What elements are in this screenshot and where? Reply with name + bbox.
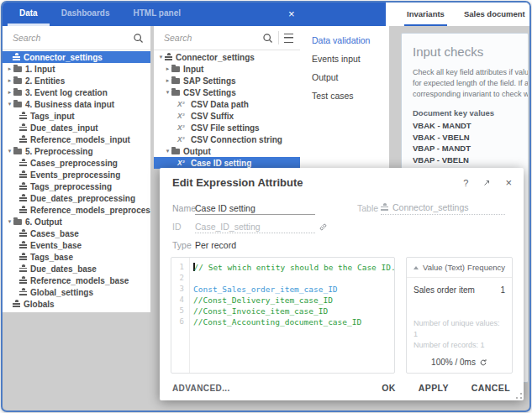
resize-handle[interactable] [516,393,522,399]
collapse-arrow-icon[interactable]: ▾ [6,148,13,154]
expand-arrow-icon[interactable]: ▸ [6,65,13,72]
connector-tree-item[interactable]: Tags_base [3,251,150,263]
folder-icon [171,78,180,84]
connector-tree-item[interactable]: Reference_models_input [3,133,150,145]
table-icon [19,229,27,238]
search-input[interactable] [11,32,133,44]
connector-tree-item[interactable]: Tags_preprocessing [3,180,150,192]
expand-arrow-icon[interactable]: ▸ [6,89,13,96]
connector-tree-item[interactable]: Reference_models_base [3,274,150,286]
connector-tree-item[interactable]: Tags_input [3,110,150,122]
expand-arrow-icon[interactable]: ▸ [164,65,171,72]
menu-icon[interactable] [284,34,293,43]
connector-tree-item[interactable]: Globals [3,298,150,310]
line-number: 4 [171,295,184,306]
collapse-arrow-icon[interactable]: ▾ [157,54,165,60]
connector-tree-item[interactable]: ▾6. Output [3,216,150,227]
type-value[interactable]: Per record [195,240,236,250]
connector-tree-item[interactable]: Due_dates_preprocessing [3,192,150,204]
top-tab-data[interactable]: Data [8,3,50,26]
table-icon [381,203,388,212]
stats-row[interactable]: Sales order item1 [407,278,512,295]
top-tab-dashboards[interactable]: Dashboards [50,3,122,26]
table-icon [19,170,27,179]
validation-item-output[interactable]: Output [312,72,389,91]
sort-asc-icon[interactable] [413,266,419,269]
attributes-tree-label: CSV File settings [191,123,260,133]
value-header[interactable]: Value (Text) [423,263,465,272]
name-field[interactable] [195,202,315,215]
search-input[interactable] [162,32,262,44]
connector-tree-item[interactable]: Connector_settings [3,51,150,63]
help-icon[interactable]: ? [463,178,468,188]
close-icon[interactable]: × [505,176,512,189]
expand-arrow-icon[interactable]: ▸ [164,77,171,84]
stats-frequency: 1 [500,285,505,295]
connector-tree-item[interactable]: Reference_models_preprocessing [3,204,150,216]
expand-dialog-icon[interactable] [482,179,491,187]
attributes-tree-item[interactable]: ▾Output [154,145,300,157]
line-number: 2 [171,273,184,284]
attributes-tree-item[interactable]: X²Case ID setting [154,157,300,169]
connector-tree-item[interactable]: Due_dates_base [3,263,150,274]
refresh-icon[interactable] [479,358,487,367]
collapse-arrow-icon[interactable]: ▾ [6,101,13,107]
connector-tree-item[interactable]: Events_preprocessing [3,169,150,180]
collapse-arrow-icon[interactable]: ▾ [6,218,13,225]
code-line[interactable]: 1// Set which entity should be the Case … [171,262,394,273]
connector-tree-label: Due_dates_input [30,123,98,133]
attributes-tree-label: CSV Data path [191,100,249,109]
dialog-header: Edit Expression Attribute ? × [160,168,524,189]
attributes-tree-item[interactable]: X²CSV File settings [154,122,300,133]
code-line[interactable]: 5//Const_Invoice_item_case_ID [171,306,394,316]
code-text: // Set which entity should be the Case I… [193,262,395,273]
connector-tree-label: Due_dates_base [30,264,97,274]
connector-tree-item[interactable]: Events_base [3,239,150,251]
validation-item-test-cases[interactable]: Test cases [312,91,389,109]
connector-tree-item[interactable]: ▾4. Business data input [3,98,150,110]
link-icon[interactable] [319,222,328,232]
formula-icon: X² [177,135,187,144]
code-line[interactable]: 6//Const_Accounting_document_case_ID [171,316,394,327]
header-tab-sales-document[interactable]: Sales document [461,3,528,26]
attributes-tree-item[interactable]: X²CSV Suffix [154,110,300,122]
table-icon [19,159,27,167]
connector-tree-item[interactable]: Due_dates_input [3,122,150,133]
close-icon[interactable]: × [288,8,295,20]
search-icon [133,33,144,44]
collapse-arrow-icon[interactable]: ▾ [164,148,171,154]
connector-tree-item[interactable]: Cases_base [3,227,150,239]
id-row: ID [172,220,328,233]
dialog-footer: ADVANCED... OK APPLY CANCEL [160,375,524,400]
attributes-tree-item[interactable]: X²CSV Connection string [154,133,300,145]
collapse-arrow-icon[interactable]: ▾ [164,89,171,96]
connector-tree-item[interactable]: ▸1. Input [3,63,150,75]
header-tab-invariants[interactable]: Invariants [404,3,447,26]
attributes-tree-item[interactable]: ▸SAP Settings [154,75,300,86]
expression-editor[interactable]: 1// Set which entity should be the Case … [171,257,395,374]
ok-button[interactable]: OK [382,383,396,393]
validation-item-data-validation[interactable]: Data validation [312,35,389,54]
expand-arrow-icon[interactable]: ▸ [6,77,13,84]
connector-tree-item[interactable]: Cases_preprocessing [3,157,150,169]
connector-tree-item[interactable]: ▸3. Event log creation [3,86,150,98]
code-line[interactable]: 4//Const_Delivery_item_case_ID [171,295,394,306]
formula-icon: X² [177,112,187,120]
attributes-tree-item[interactable]: ▸Input [154,63,300,75]
connector-tree-item[interactable]: Global_settings [3,286,150,298]
attributes-tree-item[interactable]: ▾Connector_settings [154,51,300,63]
validation-item-events-input[interactable]: Events input [312,54,389,72]
connector-tree-item[interactable]: ▾5. Preprocessing [3,145,150,157]
advanced-button[interactable]: ADVANCED... [172,384,230,393]
name-row: Name Table Connector_settings [172,201,513,215]
attributes-tree-item[interactable]: ▾CSV Settings [154,86,300,98]
code-line[interactable]: 2 [171,273,394,284]
connector-tree-item[interactable]: ▸2. Entities [3,75,150,86]
frequency-header[interactable]: Frequency [467,263,505,272]
attributes-tree-item[interactable]: X²CSV Data path [154,98,300,110]
code-line[interactable]: 3Const_Sales_order_item_case_ID [171,284,394,295]
connector-tree-label: 3. Event log creation [25,88,108,97]
top-tab-html-panel[interactable]: HTML panel [121,3,192,26]
apply-button[interactable]: APPLY [419,383,449,393]
cancel-button[interactable]: CANCEL [471,383,510,393]
